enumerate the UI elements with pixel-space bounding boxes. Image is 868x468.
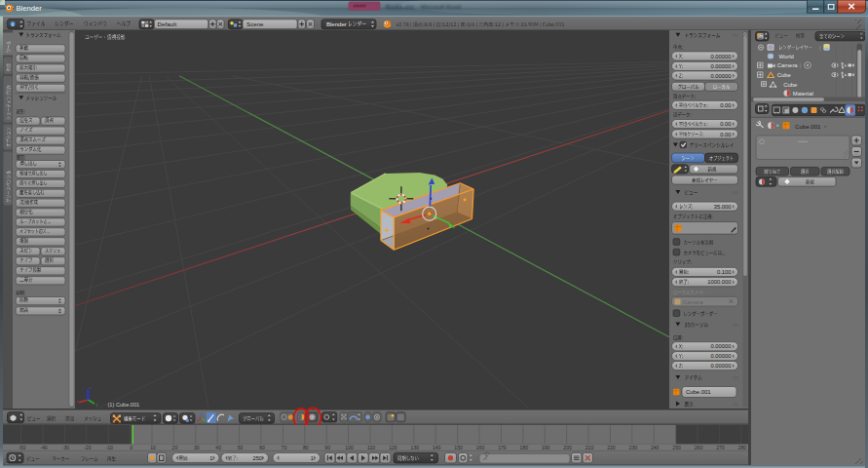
svg-text:160: 160 [476,445,485,450]
svg-text:Scene: Scene [246,20,264,27]
svg-text:250: 250 [253,455,263,461]
svg-text:90: 90 [324,445,330,450]
svg-text:170: 170 [498,445,507,450]
svg-text:1: 1 [311,455,314,461]
svg-text:10: 10 [150,445,156,450]
svg-text:Camera: Camera [777,62,799,68]
svg-text:0.100: 0.100 [717,269,732,275]
svg-text:0: 0 [130,445,132,450]
svg-text:1000.000: 1000.000 [707,279,731,285]
svg-text:i: i [12,22,13,27]
svg-text:120: 120 [389,445,397,450]
svg-text:Blender: Blender [326,20,347,27]
svg-text:0.00000: 0.00000 [711,363,732,369]
svg-text:0.00000: 0.00000 [711,54,732,59]
svg-text:0.00000: 0.00000 [711,73,732,79]
svg-text:200: 200 [563,445,572,450]
svg-text:270: 270 [716,445,725,450]
svg-text:0.00: 0.00 [720,121,731,127]
svg-text:(1) Cube.001: (1) Cube.001 [108,402,140,408]
svg-text:Book1.xlsx - Microsoft Excel: Book1.xlsx - Microsoft Excel [386,3,461,10]
svg-text:0.00000: 0.00000 [711,353,732,359]
svg-text:35.000: 35.000 [714,204,732,210]
svg-text:Default: Default [158,20,177,27]
svg-text:y: y [96,403,98,407]
svg-text:60: 60 [259,445,265,450]
svg-text:110: 110 [367,445,375,450]
svg-text:0.00000: 0.00000 [711,63,732,69]
svg-text:Blender: Blender [17,4,43,13]
svg-text:50: 50 [238,445,244,450]
svg-text:|: | [800,62,801,68]
svg-text:Cube.001: Cube.001 [795,123,821,130]
svg-text:100: 100 [345,445,354,450]
svg-text:130: 130 [411,445,420,450]
svg-text:40: 40 [215,445,221,450]
svg-text:180: 180 [520,445,529,450]
svg-text:80: 80 [303,445,309,450]
svg-text:140: 140 [433,445,441,450]
svg-text:-20: -20 [84,445,92,450]
svg-text:240: 240 [651,445,660,450]
svg-text:0.00: 0.00 [720,102,731,108]
svg-text:210: 210 [585,445,594,450]
svg-text:Camera: Camera [683,299,703,305]
svg-text:220: 220 [607,445,616,450]
svg-text:150: 150 [454,445,463,450]
svg-text:250: 250 [672,445,681,450]
svg-text:70: 70 [282,445,287,450]
svg-text:260: 260 [695,445,703,450]
svg-text:1: 1 [209,455,212,461]
svg-text:Cube.001: Cube.001 [686,389,711,395]
svg-text:Material: Material [793,91,813,97]
svg-text:-50: -50 [19,445,26,450]
svg-text:190: 190 [542,445,550,450]
svg-text:280: 280 [738,445,747,450]
svg-text:0.00: 0.00 [720,132,731,137]
svg-text:Cube: Cube [783,82,798,88]
svg-text:230: 230 [629,445,638,450]
svg-text:World: World [779,54,794,59]
svg-text:20: 20 [172,445,178,450]
svg-text:x: x [77,400,79,404]
svg-text:z: z [90,386,92,390]
svg-text:0.00000: 0.00000 [711,343,732,349]
svg-text:Cube: Cube [777,72,792,78]
svg-text:|: | [819,45,820,51]
svg-text:####: #### [354,3,367,9]
svg-text:-40: -40 [40,445,48,450]
svg-text:-30: -30 [62,445,70,450]
svg-text:30: 30 [194,445,200,450]
svg-text:-10: -10 [106,445,114,450]
